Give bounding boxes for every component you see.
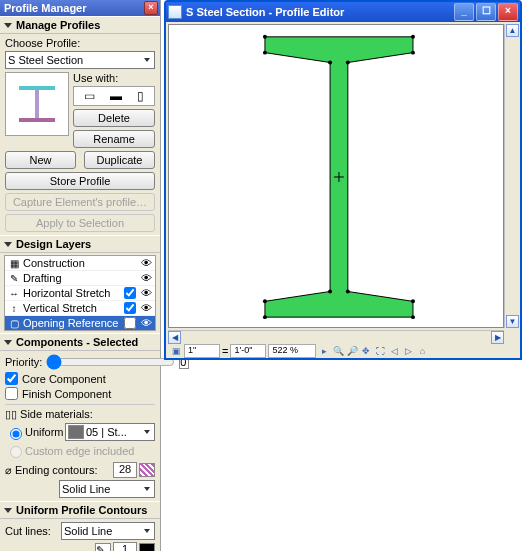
visibility-icon[interactable]: 👁 bbox=[139, 272, 153, 284]
profile-manager-panel: Profile Manager × Manage Profiles Choose… bbox=[0, 0, 161, 551]
manage-profiles-body: Choose Profile: S Steel Section Use with… bbox=[0, 34, 160, 235]
layer-checkbox[interactable] bbox=[124, 302, 136, 314]
custom-edge-label: Custom edge included bbox=[25, 445, 134, 457]
visibility-icon[interactable]: 👁 bbox=[139, 317, 153, 329]
rename-button[interactable]: Rename bbox=[73, 130, 155, 148]
ending-pen-value[interactable]: 28 bbox=[113, 462, 137, 478]
cut-pen-swatch[interactable] bbox=[139, 543, 155, 551]
layer-checkbox[interactable] bbox=[124, 287, 136, 299]
window-close-button[interactable]: × bbox=[498, 3, 518, 21]
editor-titlebar[interactable]: S Steel Section - Profile Editor _ ☐ × bbox=[166, 2, 520, 22]
disclosure-icon bbox=[4, 340, 12, 345]
scroll-up-button[interactable]: ▲ bbox=[506, 24, 519, 37]
svg-point-10 bbox=[328, 289, 332, 293]
layer-row-vstretch[interactable]: ↕ Vertical Stretch 👁 bbox=[5, 301, 155, 316]
profile-preview bbox=[5, 72, 69, 136]
section-title: Manage Profiles bbox=[16, 19, 100, 31]
scale-left[interactable]: 1" bbox=[184, 344, 220, 358]
svg-point-9 bbox=[346, 61, 350, 65]
fit-icon[interactable]: ⛶ bbox=[374, 345, 386, 357]
new-button[interactable]: New bbox=[5, 151, 76, 169]
svg-rect-1 bbox=[35, 90, 39, 118]
panel-close-button[interactable]: × bbox=[144, 1, 158, 15]
cut-lines-label: Cut lines: bbox=[5, 525, 61, 537]
layer-row-drafting[interactable]: ✎ Drafting 👁 bbox=[5, 271, 155, 286]
ending-contours-label: Ending contours: bbox=[15, 464, 113, 476]
use-with-label: Use with: bbox=[73, 72, 155, 84]
svg-point-14 bbox=[263, 315, 267, 319]
layer-checkbox[interactable] bbox=[124, 317, 136, 329]
disclosure-icon bbox=[4, 242, 12, 247]
svg-rect-0 bbox=[19, 86, 55, 90]
store-profile-button[interactable]: Store Profile bbox=[5, 172, 155, 190]
pen-icon[interactable]: ✎ bbox=[95, 543, 111, 551]
home-icon[interactable]: ⌂ bbox=[416, 345, 428, 357]
priority-label: Priority: bbox=[5, 356, 42, 368]
duplicate-button[interactable]: Duplicate bbox=[84, 151, 155, 169]
scroll-right-button[interactable]: ▶ bbox=[491, 331, 504, 344]
finish-component-checkbox[interactable] bbox=[5, 387, 18, 400]
chevron-right-icon bbox=[144, 58, 150, 62]
svg-rect-2 bbox=[19, 118, 55, 122]
choose-profile-combo[interactable]: S Steel Section bbox=[5, 51, 155, 69]
app-icon bbox=[168, 5, 182, 19]
ending-pen-swatch[interactable] bbox=[139, 463, 155, 477]
uniform-radio[interactable] bbox=[10, 428, 22, 440]
cut-lines-combo[interactable]: Solid Line bbox=[61, 522, 155, 540]
window-minimize-button[interactable]: _ bbox=[454, 3, 474, 21]
vertical-scrollbar[interactable]: ▲ ▼ bbox=[504, 24, 520, 328]
scroll-down-button[interactable]: ▼ bbox=[506, 315, 519, 328]
next-view-icon[interactable]: ▷ bbox=[402, 345, 414, 357]
components-header[interactable]: Components - Selected bbox=[0, 333, 160, 351]
scroll-left-button[interactable]: ◀ bbox=[168, 331, 181, 344]
window-maximize-button[interactable]: ☐ bbox=[476, 3, 496, 21]
zoom-value[interactable]: 522 % bbox=[268, 344, 316, 358]
core-component-checkbox[interactable] bbox=[5, 372, 18, 385]
capture-profile-button: Capture Element's profile… bbox=[5, 193, 155, 211]
panel-titlebar: Profile Manager × bbox=[0, 0, 160, 16]
custom-edge-radio bbox=[10, 446, 22, 458]
visibility-icon[interactable]: 👁 bbox=[139, 287, 153, 299]
layer-name: Horizontal Stretch bbox=[21, 287, 120, 299]
chevron-right-icon[interactable]: ▸ bbox=[318, 345, 330, 357]
uniform-material-combo[interactable]: 05 | St... bbox=[65, 423, 155, 441]
wall-tool-icon[interactable]: ▭ bbox=[84, 90, 95, 102]
manage-profiles-header[interactable]: Manage Profiles bbox=[0, 16, 160, 34]
disclosure-icon bbox=[4, 23, 12, 28]
svg-point-12 bbox=[263, 299, 267, 303]
chevron-right-icon bbox=[144, 430, 150, 434]
scale-right[interactable]: 1'-0" bbox=[230, 344, 266, 358]
priority-slider[interactable] bbox=[46, 354, 175, 370]
cut-weight-value[interactable]: 1 bbox=[113, 542, 137, 551]
layer-list: ▦ Construction 👁 ✎ Drafting 👁 ↔ Horizont… bbox=[4, 255, 156, 331]
scale-icon[interactable]: ▣ bbox=[170, 345, 182, 357]
layer-name: Construction bbox=[21, 257, 139, 269]
svg-point-7 bbox=[411, 51, 415, 55]
editor-canvas[interactable] bbox=[168, 24, 504, 328]
layer-icon: ↕ bbox=[7, 303, 21, 314]
layer-row-hstretch[interactable]: ↔ Horizontal Stretch 👁 bbox=[5, 286, 155, 301]
layer-name: Opening Reference bbox=[21, 317, 120, 329]
column-tool-icon[interactable]: ▯ bbox=[137, 90, 144, 102]
ending-line-combo[interactable]: Solid Line bbox=[59, 480, 155, 498]
material-swatch bbox=[68, 425, 84, 439]
chevron-right-icon bbox=[144, 529, 150, 533]
visibility-icon[interactable]: 👁 bbox=[139, 302, 153, 314]
design-layers-header[interactable]: Design Layers bbox=[0, 235, 160, 253]
layer-row-construction[interactable]: ▦ Construction 👁 bbox=[5, 256, 155, 271]
layer-icon: ▦ bbox=[7, 258, 21, 269]
horizontal-scrollbar[interactable]: ◀ ▶ bbox=[168, 330, 504, 344]
beam-tool-icon[interactable]: ▬ bbox=[110, 90, 122, 102]
uniform-label: Uniform bbox=[25, 426, 65, 438]
profile-editor-window: S Steel Section - Profile Editor _ ☐ × bbox=[164, 0, 522, 360]
visibility-icon[interactable]: 👁 bbox=[139, 257, 153, 269]
delete-button[interactable]: Delete bbox=[73, 109, 155, 127]
section-title: Components - Selected bbox=[16, 336, 138, 348]
zoom-out-icon[interactable]: 🔍 bbox=[332, 345, 344, 357]
pan-icon[interactable]: ✥ bbox=[360, 345, 372, 357]
prev-view-icon[interactable]: ◁ bbox=[388, 345, 400, 357]
contours-header[interactable]: Uniform Profile Contours bbox=[0, 501, 160, 519]
layer-row-opening[interactable]: ▢ Opening Reference 👁 bbox=[5, 316, 155, 330]
layer-icon: ▢ bbox=[7, 318, 21, 329]
zoom-in-icon[interactable]: 🔎 bbox=[346, 345, 358, 357]
